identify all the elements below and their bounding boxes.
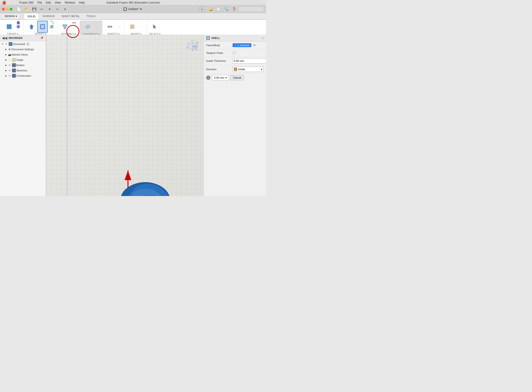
tree-item-named-views[interactable]: ▶ 📷 Named Views — [0, 52, 45, 57]
tree-item-origin[interactable]: ▶ 👁 Origin — [0, 57, 45, 63]
create-cyl-button[interactable] — [15, 21, 22, 25]
toolbar-left: 📄 📂 💾 ↩ ▾ ↪ ▾ — [15, 6, 68, 12]
sidebar: ◀◀ BROWSER 📌 ▼ 👁 (Unsaved) ● ▶ ⚙ Documen… — [0, 35, 46, 196]
main-area: ◀◀ BROWSER 📌 ▼ 👁 (Unsaved) ● ▶ ⚙ Documen… — [0, 35, 266, 196]
new-doc-button[interactable]: 📄 — [15, 6, 22, 12]
maximize-button[interactable] — [10, 8, 13, 11]
offset-plane-button[interactable] — [82, 21, 93, 33]
notification-button[interactable]: 🔔 — [207, 6, 214, 12]
tree-arrow-construction: ▶ — [4, 74, 8, 77]
sidebar-collapse-btn[interactable]: ◀◀ — [2, 36, 7, 40]
shell-header-icon — [206, 36, 210, 40]
new-tab-button[interactable]: + — [199, 6, 204, 12]
shell-button[interactable] — [37, 21, 48, 33]
group-construct: ⋯ CONSTRUCT ▾ — [80, 21, 102, 35]
eye-icon-sketches[interactable]: 👁 — [8, 69, 11, 72]
modify-more-button[interactable]: ⋯ — [48, 29, 55, 33]
search-button[interactable]: 🔍 — [223, 6, 229, 12]
chamfer-button[interactable] — [48, 25, 55, 29]
bodies-modified-icon: ⋯ — [25, 64, 27, 66]
eye-icon-unsaved[interactable]: 👁 — [5, 42, 8, 46]
undo-dropdown[interactable]: ▾ — [46, 6, 53, 12]
menu-window[interactable]: Window — [65, 1, 75, 4]
eye-icon-bodies[interactable]: 👁 — [8, 63, 11, 67]
fillet-button[interactable] — [48, 21, 55, 25]
cancel-button[interactable]: Cancel — [230, 75, 244, 80]
minimize-button[interactable] — [6, 8, 9, 11]
menu-view[interactable]: View — [55, 1, 61, 4]
tab-tools[interactable]: TOOLS — [83, 13, 99, 19]
group-assemble: ⋯ ASSEMBLE ▾ — [58, 21, 80, 35]
tab-solid[interactable]: SOLID — [24, 13, 39, 19]
viewport[interactable]: TOP FRONT — [47, 35, 203, 196]
eye-icon-origin-hidden[interactable]: 👁 — [8, 58, 11, 62]
view-cube-top-label: TOP — [191, 42, 194, 44]
create-box-button[interactable] — [4, 21, 14, 33]
assemble-more-button[interactable]: ⋯ — [71, 25, 77, 33]
tab-label[interactable]: Untitled* — [128, 7, 139, 11]
tree-arrow-sketches: ▶ — [4, 69, 8, 72]
construct-more-button[interactable]: ⋯ — [93, 21, 100, 33]
apple-icon: 🍎 — [2, 1, 6, 5]
press-pull-button[interactable] — [26, 21, 37, 33]
svg-point-4 — [74, 22, 76, 24]
ok-value-input[interactable]: 0.00 mm ▾ — [212, 75, 229, 80]
direction-select[interactable]: Inside ▾ — [233, 67, 264, 72]
group-modify: ⋯ MODIFY ▾ — [24, 21, 57, 35]
selected-badge[interactable]: ↖ 1 selected — [233, 43, 251, 47]
ok-value-dropdown[interactable]: ▾ — [225, 76, 227, 79]
create-more-button[interactable]: ⋯ — [15, 29, 22, 33]
group-insert: ⋯ INSERT ▾ — [125, 21, 147, 35]
tab-sheet-metal[interactable]: SHEET METAL — [58, 13, 83, 19]
shell-row-direction: Direction Inside ▾ — [204, 65, 266, 74]
info-button[interactable]: i — [206, 76, 210, 80]
shell-title: SHELL — [211, 37, 262, 39]
shell-expand-button[interactable]: » — [262, 36, 264, 40]
insert-button[interactable] — [127, 21, 138, 33]
tangent-chain-checkbox[interactable]: ✓ — [233, 51, 236, 55]
direction-label: Direction — [206, 68, 233, 71]
svg-rect-0 — [63, 25, 65, 26]
help-button[interactable]: ❓ — [230, 6, 237, 12]
record-btn[interactable]: ● — [26, 42, 30, 46]
menu-edit[interactable]: Edit — [46, 1, 51, 4]
create-sphere-button[interactable] — [15, 25, 22, 29]
joint-button[interactable] — [71, 21, 77, 25]
view-cube[interactable]: TOP FRONT — [184, 37, 201, 54]
clear-selection-button[interactable]: ✕ — [252, 43, 257, 47]
tree-label-origin: Origin — [16, 58, 23, 61]
select-button[interactable] — [150, 21, 160, 33]
redo-dropdown[interactable]: ▾ — [62, 6, 68, 12]
direction-text: Inside — [238, 68, 245, 71]
inside-thickness-input[interactable] — [233, 58, 266, 63]
sidebar-pin[interactable]: 📌 — [40, 36, 44, 39]
shell-panel-header: SHELL » — [204, 35, 266, 41]
new-component-button[interactable] — [60, 21, 70, 33]
save-button[interactable]: 💾 — [31, 6, 38, 12]
tab-close[interactable]: ✕ — [140, 7, 142, 11]
direction-chevron: ▾ — [261, 68, 262, 71]
design-chevron: ▾ — [16, 15, 17, 18]
tree-item-sketches[interactable]: ▶ 👁 Sketches — [0, 68, 45, 73]
eye-icon-construction[interactable]: 👁 — [8, 74, 11, 77]
tree-item-doc-settings[interactable]: ▶ ⚙ Document Settings — [0, 47, 45, 52]
menu-fusion[interactable]: Fusion 360 — [19, 1, 33, 4]
insert-more-button[interactable]: ⋯ — [138, 21, 145, 32]
undo-button[interactable]: ↩ — [38, 6, 45, 12]
history-button[interactable]: 🕐 — [215, 6, 222, 12]
tree-item-bodies[interactable]: ▶ 👁 Bodies ⋯ — [0, 63, 45, 68]
tree-item-unsaved[interactable]: ▼ 👁 (Unsaved) ● — [0, 41, 45, 47]
tab-bar: 📄 📂 💾 ↩ ▾ ↪ ▾ 🔲 Untitled* ✕ + 🔔 🕐 🔍 ❓ — [0, 5, 266, 13]
design-dropdown-button[interactable]: DESIGN ▾ — [2, 13, 20, 19]
svg-rect-2 — [64, 27, 66, 29]
measure-button[interactable] — [105, 21, 115, 33]
open-button[interactable]: 📂 — [23, 6, 30, 12]
menu-help[interactable]: Help — [79, 1, 85, 4]
tree-item-construction[interactable]: ▶ 👁 Construction — [0, 73, 45, 78]
svg-rect-1 — [65, 25, 67, 26]
inspect-more-button[interactable]: ⋯ — [116, 21, 122, 32]
redo-button[interactable]: ↪ — [54, 6, 61, 12]
menu-file[interactable]: File — [37, 1, 42, 4]
close-button[interactable] — [2, 8, 5, 11]
tab-surface[interactable]: SURFACE — [39, 13, 58, 19]
